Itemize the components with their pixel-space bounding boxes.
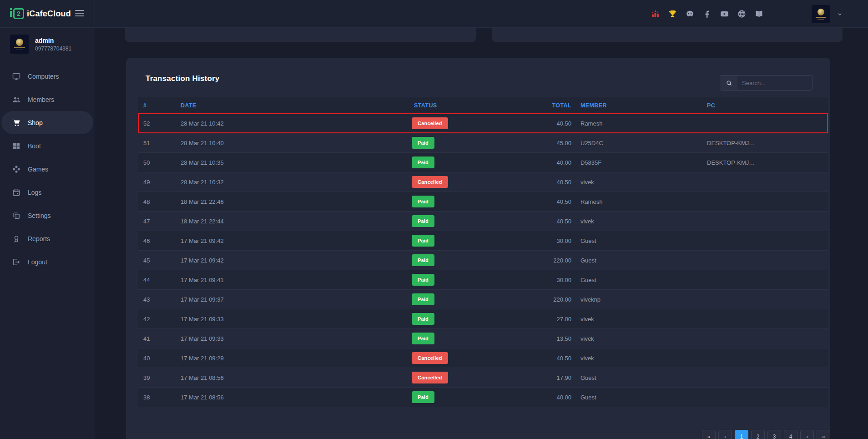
hamburger-menu-icon[interactable] xyxy=(75,10,84,18)
table-row[interactable]: 50 28 Mar 21 10:35 Paid 40.00 D5835F DES… xyxy=(138,153,828,172)
cell-member: vivek xyxy=(580,212,594,231)
cell-member: vivek xyxy=(580,309,594,329)
app-window: 2 iCafeCloud xyxy=(0,0,868,439)
table-row[interactable]: 39 17 Mar 21 08:56 Cancelled 17.90 Guest xyxy=(138,368,828,388)
cell-id: 40 xyxy=(143,348,150,368)
logo-text: iCafeCloud xyxy=(27,9,71,19)
cell-date: 17 Mar 21 09:37 xyxy=(181,290,224,309)
cell-member: Guest xyxy=(580,368,596,388)
cell-date: 17 Mar 21 08:56 xyxy=(181,388,224,407)
cell-date: 17 Mar 21 09:33 xyxy=(181,329,224,348)
cell-id: 46 xyxy=(143,231,150,251)
cell-pc: DESKTOP-KMJ… xyxy=(707,133,755,153)
topbar-icons xyxy=(651,0,764,28)
leaderboard-icon[interactable] xyxy=(651,9,660,19)
cell-id: 45 xyxy=(143,251,150,270)
search-input[interactable] xyxy=(737,76,812,90)
page-button[interactable]: « xyxy=(702,430,716,439)
cell-status: Cancelled xyxy=(412,117,448,129)
cell-id: 48 xyxy=(143,192,150,212)
cell-status: Paid xyxy=(412,235,434,247)
facebook-icon[interactable] xyxy=(702,9,712,19)
table-row[interactable]: 52 28 Mar 21 10:42 Cancelled 40.50 Rames… xyxy=(138,114,828,133)
sidebar-item-logs[interactable]: Logs xyxy=(0,181,95,204)
table-row[interactable]: 45 17 Mar 21 09:42 Paid 220.00 Guest xyxy=(138,251,828,270)
settings-icon xyxy=(12,211,21,220)
sidebar-item-games[interactable]: Games xyxy=(0,157,95,181)
table-row[interactable]: 41 17 Mar 21 09:33 Paid 13.50 vivek xyxy=(138,329,828,348)
cell-member: Guest xyxy=(580,388,596,407)
table-header: # DATE STATUS TOTAL MEMBER PC xyxy=(138,97,828,114)
sidebar-item-settings[interactable]: Settings xyxy=(0,204,95,227)
table-row[interactable]: 43 17 Mar 21 09:37 Paid 220.00 viveknp xyxy=(138,290,828,309)
user-phone: 097778704381 xyxy=(35,45,71,52)
trophy-icon[interactable] xyxy=(668,9,677,19)
discord-icon[interactable] xyxy=(685,9,695,19)
page-title: Transaction History xyxy=(146,74,220,83)
sidebar-item-logout[interactable]: Logout xyxy=(0,250,95,273)
page-button[interactable]: › xyxy=(800,430,814,439)
page-button[interactable]: 1 xyxy=(735,430,748,439)
cell-id: 43 xyxy=(143,290,150,309)
table-row[interactable]: 38 17 Mar 21 08:56 Paid 40.00 Guest xyxy=(138,388,828,407)
table-row[interactable]: 51 28 Mar 21 10:40 Paid 45.00 U25D4C DES… xyxy=(138,133,828,153)
avatar-emblem xyxy=(818,9,824,15)
sidebar-item-reports[interactable]: Reports xyxy=(0,227,95,250)
status-badge: Cancelled xyxy=(412,176,448,188)
logout-icon xyxy=(12,257,21,267)
search-icon[interactable] xyxy=(720,76,737,90)
cell-id: 38 xyxy=(143,388,150,407)
youtube-icon[interactable] xyxy=(720,9,729,19)
cell-status: Paid xyxy=(412,274,434,286)
sidebar-item-members[interactable]: Members xyxy=(0,88,95,111)
status-badge: Paid xyxy=(412,333,434,344)
cell-date: 17 Mar 21 09:29 xyxy=(181,348,224,368)
members-icon xyxy=(12,95,21,104)
table-row[interactable]: 47 18 Mar 21 22:44 Paid 40.50 vivek xyxy=(138,212,828,231)
page-button[interactable]: 4 xyxy=(784,430,797,439)
page-button[interactable]: 2 xyxy=(751,430,765,439)
sidebar-user: admin 097778704381 xyxy=(0,28,95,60)
cell-total: 27.00 xyxy=(488,309,571,329)
page-button[interactable]: ‹ xyxy=(718,430,732,439)
column-header-pc: PC xyxy=(707,97,715,114)
table-row[interactable]: 42 17 Mar 21 09:33 Paid 27.00 vivek xyxy=(138,309,828,329)
cell-total: 13.50 xyxy=(488,329,571,348)
cell-member: D5835F xyxy=(580,153,601,172)
status-badge: Cancelled xyxy=(412,372,448,383)
chevron-down-icon[interactable] xyxy=(836,10,843,18)
cell-status: Paid xyxy=(412,391,434,403)
table-row[interactable]: 46 17 Mar 21 09:42 Paid 30.00 Guest xyxy=(138,231,828,251)
cell-total: 40.50 xyxy=(488,172,571,192)
user-avatar[interactable] xyxy=(812,5,830,23)
sidebar-item-computers[interactable]: Computers xyxy=(0,65,95,88)
cell-total: 45.00 xyxy=(488,133,571,153)
cell-member: U25D4C xyxy=(580,133,603,153)
status-badge: Paid xyxy=(412,215,434,227)
globe-icon[interactable] xyxy=(737,9,747,19)
table-row[interactable]: 49 28 Mar 21 10:32 Cancelled 40.50 vivek xyxy=(138,172,828,192)
cell-total: 30.00 xyxy=(488,270,571,290)
cell-status: Paid xyxy=(412,254,434,266)
cell-status: Paid xyxy=(412,137,434,149)
cell-status: Cancelled xyxy=(412,372,448,383)
page-button[interactable]: » xyxy=(817,430,830,439)
table-row[interactable]: 48 18 Mar 21 22:46 Paid 40.50 Ramesh xyxy=(138,192,828,212)
cell-total: 30.00 xyxy=(488,231,571,251)
table-row[interactable]: 44 17 Mar 21 09:41 Paid 30.00 Guest xyxy=(138,270,828,290)
sidebar-item-boot[interactable]: Boot xyxy=(0,134,95,157)
cell-id: 50 xyxy=(143,153,150,172)
page-button[interactable]: 3 xyxy=(767,430,781,439)
user-name: admin xyxy=(35,37,71,44)
cell-member: Ramesh xyxy=(580,192,602,212)
cell-date: 18 Mar 21 22:44 xyxy=(181,212,224,231)
book-icon[interactable] xyxy=(754,9,764,19)
cell-status: Paid xyxy=(412,333,434,344)
cell-pc: DESKTOP-KMJ… xyxy=(707,153,755,172)
cell-total: 220.00 xyxy=(488,290,571,309)
sidebar-item-shop[interactable]: Shop xyxy=(1,111,93,134)
cell-date: 28 Mar 21 10:42 xyxy=(181,114,224,133)
table-row[interactable]: 40 17 Mar 21 09:29 Cancelled 40.50 vivek xyxy=(138,348,828,368)
cell-date: 28 Mar 21 10:40 xyxy=(181,133,224,153)
cell-id: 41 xyxy=(143,329,150,348)
